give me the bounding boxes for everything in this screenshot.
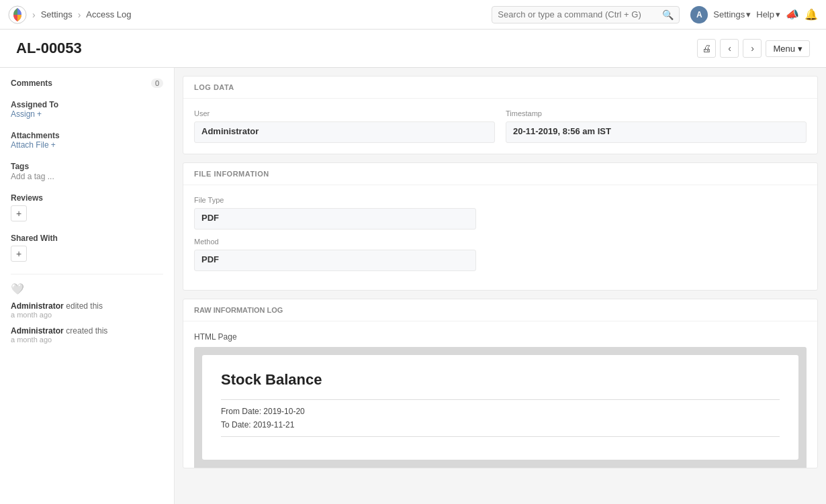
add-shared-button[interactable]: +: [11, 246, 27, 262]
top-navigation: › Settings › Access Log 🔍 A Settings ▾ H…: [0, 0, 826, 30]
comments-badge: 0: [151, 79, 163, 88]
header-actions: 🖨 ‹ › Menu ▾: [697, 39, 810, 58]
preview-divider-1: [221, 399, 780, 400]
file-type-field: File Type PDF: [194, 196, 807, 230]
user-value: Administrator: [194, 121, 495, 143]
main-layout: Comments 0 Assigned To Assign + Attachme…: [0, 68, 826, 504]
like-icon[interactable]: 🤍: [11, 283, 163, 295]
search-input[interactable]: [498, 9, 662, 19]
tags-section: Tags Add a tag ...: [11, 162, 163, 181]
file-info-section: FILE INFORMATION File Type PDF Method PD…: [183, 162, 818, 291]
attachments-section: Attachments Attach File +: [11, 131, 163, 150]
shared-with-section: Shared With +: [11, 234, 163, 262]
preview-divider-2: [221, 436, 780, 437]
settings-chevron-icon: ▾: [746, 9, 751, 19]
attach-plus-icon: +: [51, 140, 56, 150]
assigned-to-label: Assigned To: [11, 100, 163, 109]
activity-item-1: Administrator edited this a month ago: [11, 301, 163, 319]
html-page-label: HTML Page: [194, 332, 807, 342]
user-field-group: User Administrator: [194, 109, 495, 143]
file-info-body: File Type PDF Method PDF: [183, 185, 817, 290]
breadcrumb-access-log[interactable]: Access Log: [86, 9, 131, 19]
settings-menu-button[interactable]: Settings ▾: [713, 9, 751, 19]
preview-to-date: To Date: 2019-11-21: [221, 420, 780, 430]
comments-label: Comments: [11, 79, 52, 88]
timestamp-value: 20-11-2019, 8:56 am IST: [506, 121, 807, 143]
breadcrumb-settings[interactable]: Settings: [41, 9, 73, 19]
raw-log-body: HTML Page Stock Balance From Date: 2019-…: [183, 321, 817, 468]
help-chevron-icon: ▾: [776, 9, 780, 19]
file-type-value: PDF: [194, 208, 476, 230]
shared-with-label: Shared With: [11, 234, 163, 243]
attach-file-link[interactable]: Attach File +: [11, 140, 163, 150]
prev-button[interactable]: ‹: [720, 39, 739, 58]
preview-from-date: From Date: 2019-10-20: [221, 407, 780, 416]
assign-link[interactable]: Assign +: [11, 109, 163, 119]
user-label: User: [194, 109, 495, 117]
log-data-section: LOG DATA User Administrator Timestamp 20…: [183, 76, 818, 154]
notification-bell-icon[interactable]: 🔔: [805, 8, 818, 21]
activity-time-2: a month ago: [11, 336, 163, 344]
sidebar-divider: [11, 274, 163, 274]
add-tag-input[interactable]: Add a tag ...: [11, 172, 54, 181]
breadcrumb-separator-1: ›: [32, 9, 36, 20]
activity-time-1: a month ago: [11, 311, 163, 319]
assign-plus-icon: +: [37, 109, 42, 119]
nav-right-actions: A Settings ▾ Help ▾ 📣 🔔: [690, 6, 818, 23]
comments-section: Comments 0: [11, 79, 163, 88]
timestamp-label: Timestamp: [506, 109, 807, 117]
log-data-body: User Administrator Timestamp 20-11-2019,…: [183, 99, 817, 154]
raw-preview-inner: Stock Balance From Date: 2019-10-20 To D…: [202, 355, 798, 460]
log-data-fields: User Administrator Timestamp 20-11-2019,…: [194, 109, 807, 143]
menu-button[interactable]: Menu ▾: [766, 40, 810, 57]
timestamp-field-group: Timestamp 20-11-2019, 8:56 am IST: [506, 109, 807, 143]
log-data-header: LOG DATA: [183, 77, 817, 99]
activity-action-2: created this: [66, 326, 107, 336]
activity-action-1: edited this: [66, 301, 103, 311]
next-button[interactable]: ›: [743, 39, 762, 58]
menu-chevron-icon: ▾: [798, 44, 802, 54]
add-review-button[interactable]: +: [11, 205, 27, 221]
main-content: LOG DATA User Administrator Timestamp 20…: [175, 68, 826, 504]
search-icon: 🔍: [662, 9, 674, 20]
raw-log-section: RAW INFORMATION LOG HTML Page Stock Bala…: [183, 299, 818, 468]
app-logo: [8, 5, 27, 24]
reviews-section: Reviews +: [11, 193, 163, 221]
attachments-label: Attachments: [11, 131, 163, 140]
page-header: AL-00053 🖨 ‹ › Menu ▾: [0, 30, 826, 68]
comments-header: Comments 0: [11, 79, 163, 88]
page-title: AL-00053: [16, 40, 82, 57]
reviews-label: Reviews: [11, 193, 163, 203]
file-info-header: FILE INFORMATION: [183, 163, 817, 185]
sidebar: Comments 0 Assigned To Assign + Attachme…: [0, 68, 175, 504]
tags-label: Tags: [11, 162, 163, 171]
print-button[interactable]: 🖨: [697, 39, 716, 58]
global-search[interactable]: 🔍: [492, 6, 680, 23]
activity-item-2: Administrator created this a month ago: [11, 325, 163, 344]
avatar[interactable]: A: [690, 6, 708, 23]
method-label: Method: [194, 238, 807, 246]
megaphone-icon[interactable]: 📣: [786, 8, 799, 21]
activity-actor-1: Administrator: [11, 301, 64, 311]
activity-actor-2: Administrator: [11, 326, 64, 336]
file-type-label: File Type: [194, 196, 807, 204]
assigned-to-section: Assigned To Assign +: [11, 100, 163, 119]
raw-log-header: RAW INFORMATION LOG: [183, 299, 817, 321]
method-value: PDF: [194, 250, 476, 271]
breadcrumb-separator-2: ›: [78, 9, 81, 20]
help-menu-button[interactable]: Help ▾: [756, 9, 780, 19]
method-field: Method PDF: [194, 238, 807, 271]
raw-preview-container: Stock Balance From Date: 2019-10-20 To D…: [194, 347, 807, 468]
preview-title: Stock Balance: [221, 371, 780, 389]
